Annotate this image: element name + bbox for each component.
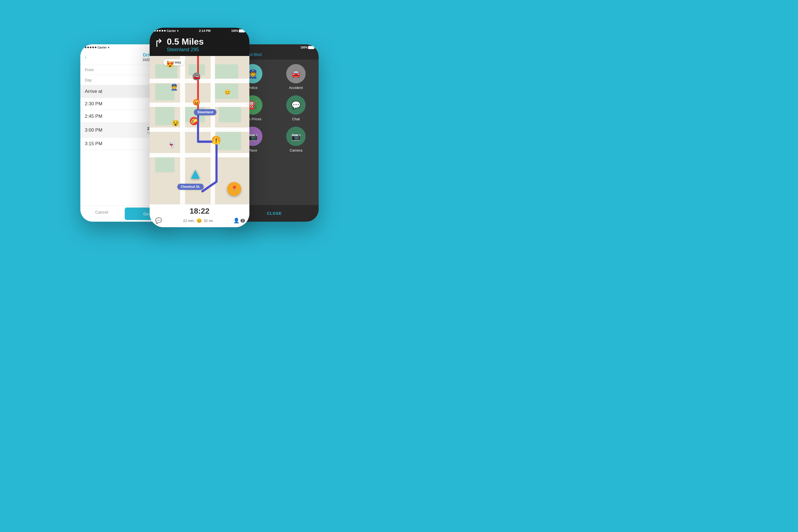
dot5 bbox=[95, 46, 96, 48]
chat-icon-circle: 💬 bbox=[286, 95, 306, 115]
right-battery: 100% bbox=[300, 46, 314, 49]
center-signal bbox=[154, 30, 166, 32]
time-315: 3:15 PM bbox=[85, 141, 102, 147]
chestnut-label: Chestnut St. bbox=[177, 184, 204, 190]
carrier-name: Carrier bbox=[97, 46, 107, 49]
chat-icon[interactable]: 💬 bbox=[154, 216, 163, 225]
waze-icon-1: 😍 bbox=[166, 61, 174, 68]
time-230: 2:30 PM bbox=[85, 101, 102, 107]
signal-dots bbox=[85, 46, 96, 48]
day-label: Day bbox=[85, 78, 92, 82]
nav-street: Steenland 295 bbox=[167, 47, 204, 53]
center-battery: 100% bbox=[231, 30, 245, 33]
cdot4 bbox=[162, 30, 163, 32]
center-nav-bar: ↱ 0.5 Miles Steenland 295 bbox=[150, 34, 249, 56]
center-carrier-name: Carrier bbox=[167, 30, 176, 33]
carrier-wifi: Carrier ▾ bbox=[85, 46, 109, 49]
time-245: 2:45 PM bbox=[85, 114, 102, 119]
accident-icon: 🚘 bbox=[291, 70, 300, 78]
camera-label: Camera bbox=[289, 148, 302, 152]
eta-row: 18:22 bbox=[154, 207, 245, 215]
battery-fill bbox=[239, 30, 245, 32]
eta-min-dist: 22 min. 😊 32 mi. bbox=[183, 218, 214, 223]
center-time: 2:14 PM bbox=[199, 29, 211, 33]
chat-label: Chat bbox=[292, 117, 300, 121]
destination-pin: 📍 bbox=[227, 182, 241, 196]
cdot1 bbox=[154, 30, 156, 32]
waze-icon-5: 😡 bbox=[193, 99, 200, 106]
cdot3 bbox=[159, 30, 161, 32]
waze-icon-3: 👮 bbox=[170, 84, 178, 91]
cancel-button[interactable]: Cancel bbox=[80, 206, 123, 222]
map-area[interactable]: East way Steenland Chestnut St. 😍 🚗 👮 😊 … bbox=[150, 56, 249, 204]
center-wifi-icon: ▾ bbox=[177, 30, 178, 33]
from-label: From bbox=[85, 68, 94, 72]
ghost-icon: 👻 bbox=[168, 141, 175, 149]
right-battery-bar bbox=[308, 46, 314, 49]
users-badge: 2 bbox=[241, 219, 245, 223]
nav-distance: 0.5 Miles bbox=[167, 37, 204, 47]
chat-icon: 💬 bbox=[291, 100, 301, 110]
eta-distance: 32 mi. bbox=[204, 218, 213, 223]
arrive-at-label: Arrive at bbox=[85, 89, 102, 94]
eta-details: 💬 22 min. 😊 32 mi. 👤 2 bbox=[154, 216, 245, 225]
time-300: 3:00 PM bbox=[85, 128, 102, 133]
camera-menu-item[interactable]: 📷 Camera bbox=[278, 127, 314, 152]
phone-center: Carrier ▾ 2:14 PM 100% ↱ 0.5 Miles Steen… bbox=[150, 28, 249, 227]
waze-smile-icon: 😊 bbox=[196, 218, 202, 223]
close-button[interactable]: CLOSE bbox=[267, 211, 282, 215]
camera-icon: 📷 bbox=[291, 132, 301, 141]
wifi-icon: ▾ bbox=[108, 46, 109, 49]
eta-time: 18:22 bbox=[154, 207, 245, 215]
dot4 bbox=[92, 46, 94, 48]
dot2 bbox=[87, 46, 89, 48]
dot1 bbox=[85, 46, 87, 48]
accident-menu-item[interactable]: 🚘 Accident bbox=[278, 64, 314, 90]
chat-menu-item[interactable]: 💬 Chat bbox=[278, 95, 314, 121]
back-button[interactable]: ‹ bbox=[85, 54, 87, 60]
center-status-bar: Carrier ▾ 2:14 PM 100% bbox=[150, 28, 249, 34]
center-phone-screen: Carrier ▾ 2:14 PM 100% ↱ 0.5 Miles Steen… bbox=[150, 28, 249, 227]
accident-label: Accident bbox=[289, 86, 303, 90]
camera-icon-circle: 📷 bbox=[286, 127, 306, 146]
nav-info: 0.5 Miles Steenland 295 bbox=[167, 37, 204, 53]
turn-arrow-icon: ↱ bbox=[154, 37, 164, 49]
incident-icon: 🌮 bbox=[190, 117, 198, 125]
cdot5 bbox=[164, 30, 166, 32]
cdot2 bbox=[156, 30, 158, 32]
center-carrier: Carrier ▾ bbox=[154, 30, 178, 33]
place-label: Place bbox=[248, 148, 258, 152]
steenland-label: Steenland bbox=[194, 109, 216, 115]
right-battery-pct: 100% bbox=[300, 46, 307, 49]
right-battery-fill bbox=[308, 46, 314, 49]
nav-direction: ↱ 0.5 Miles Steenland 295 bbox=[154, 37, 245, 53]
accident-icon-circle: 🚘 bbox=[286, 64, 306, 83]
battery-pct: 100% bbox=[231, 30, 238, 33]
phones-container: Carrier ▾ 2:14 PM ‹ Drive later 1828 Nat… bbox=[75, 22, 324, 244]
waze-icon-6: 😵 bbox=[172, 120, 179, 127]
center-bottom-bar: 18:22 💬 22 min. 😊 32 mi. 👤 2 bbox=[150, 204, 249, 227]
current-location-arrow bbox=[191, 170, 200, 179]
users-icon[interactable]: 👤 bbox=[233, 217, 240, 224]
warning-icon: ⚠️ bbox=[212, 136, 221, 145]
waze-icon-2: 🚗 bbox=[193, 73, 200, 80]
battery-bar bbox=[239, 30, 245, 33]
dot3 bbox=[90, 46, 92, 48]
waze-icon-4: 😊 bbox=[225, 89, 230, 95]
users-section: 👤 2 bbox=[233, 217, 245, 224]
eta-minutes: 22 min. bbox=[183, 218, 195, 223]
